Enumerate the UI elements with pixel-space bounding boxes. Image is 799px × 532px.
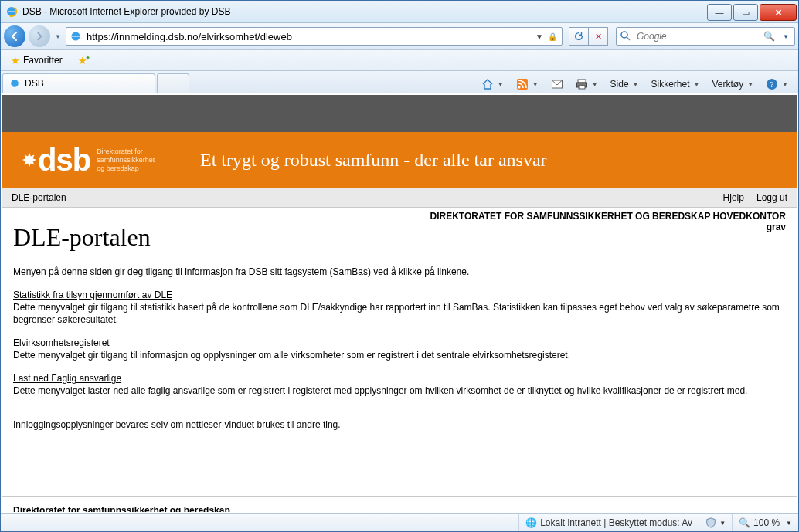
lock-icon[interactable]: 🔒 xyxy=(548,32,557,41)
svg-text:?: ? xyxy=(770,80,774,89)
svg-point-7 xyxy=(518,86,520,89)
search-dropdown-icon[interactable]: ▼ xyxy=(777,33,794,40)
page: dsb Direktoratet for samfunnssikkerhet o… xyxy=(2,95,797,513)
ie-icon xyxy=(5,5,18,18)
address-bar[interactable]: ▼ 🔒 xyxy=(66,27,563,46)
read-mail-button[interactable] xyxy=(546,76,569,93)
browser-window: DSB - Microsoft Internet Explorer provid… xyxy=(0,0,799,532)
feeds-button[interactable]: ▼ xyxy=(511,76,544,93)
status-zone[interactable]: 🌐 Lokalt intranett | Beskyttet modus: Av xyxy=(518,514,699,531)
svg-point-3 xyxy=(621,32,627,38)
page-menu[interactable]: Side▼ xyxy=(605,76,644,92)
ie-icon xyxy=(9,78,20,89)
link-statistikk[interactable]: Statistikk fra tilsyn gjennomført av DLE xyxy=(13,290,172,300)
search-go-button[interactable]: 🔍 xyxy=(760,31,777,42)
address-dropdown-icon[interactable]: ▼ xyxy=(536,32,543,41)
status-zoom[interactable]: 🔍 100 % ▼ xyxy=(732,514,798,531)
svg-line-4 xyxy=(627,37,630,40)
address-trail: ▼ 🔒 xyxy=(531,32,562,41)
help-button[interactable]: ?▼ xyxy=(760,76,794,93)
logo-subtext: Direktoratet for samfunnssikkerhet og be… xyxy=(97,147,155,173)
content-viewport: dsb Direktoratet for samfunnssikkerhet o… xyxy=(1,93,798,513)
search-box[interactable]: 🔍 ▼ xyxy=(616,27,795,46)
titlebar: DSB - Microsoft Internet Explorer provid… xyxy=(1,1,798,23)
maximize-button[interactable]: ▭ xyxy=(733,4,758,21)
slogan: Et trygt og robust samfunn - der alle ta… xyxy=(200,150,547,171)
window-title: DSB - Microsoft Internet Explorer provid… xyxy=(22,6,707,17)
footer-org: Direktoratet for samfunnssikkerhet og be… xyxy=(13,505,786,513)
window-buttons: ― ▭ ✕ xyxy=(707,2,798,21)
favorites-button[interactable]: ★ Favoritter xyxy=(5,53,68,69)
section-statistikk: Statistikk fra tilsyn gjennomført av DLE… xyxy=(13,289,786,326)
star-icon: ★ xyxy=(11,55,20,66)
page-footer: Direktoratet for samfunnssikkerhet og be… xyxy=(2,496,797,513)
favorites-bar: ★ Favoritter ★✦ xyxy=(1,50,798,71)
minimize-button[interactable]: ― xyxy=(707,4,732,21)
tab-row: DSB ▼ ▼ ▼ Side▼ Sikkerhet▼ Verktøy▼ ?▼ xyxy=(1,71,798,93)
favorites-label: Favoritter xyxy=(23,55,63,66)
sub-header: DLE-portalen Hjelp Logg ut xyxy=(2,188,797,208)
stop-button[interactable]: ✕ xyxy=(589,27,608,46)
tools-menu[interactable]: Verktøy▼ xyxy=(706,76,759,92)
zoom-icon: 🔍 xyxy=(739,517,750,528)
navigation-bar: ▼ ▼ 🔒 ✕ 🔍 ▼ xyxy=(1,23,798,50)
link-lastned[interactable]: Last ned Faglig ansvarlige xyxy=(13,373,121,384)
help-link[interactable]: Hjelp xyxy=(723,192,744,203)
note-text: Innloggingsopplysninger bevares selv om … xyxy=(13,418,786,431)
intro-text: Menyen på denne siden gir deg tilgang ti… xyxy=(13,266,786,278)
svg-rect-11 xyxy=(579,86,585,89)
close-button[interactable]: ✕ xyxy=(760,4,797,21)
agency-label: DIREKTORATET FOR SAMFUNNSSIKKERHET OG BE… xyxy=(430,211,786,232)
logo-text: dsb xyxy=(38,143,90,178)
safety-menu[interactable]: Sikkerhet▼ xyxy=(646,76,706,92)
logo-mark-icon xyxy=(21,151,38,168)
status-protected-mode-dropdown[interactable]: ▼ xyxy=(699,514,732,531)
header-banner: dsb Direktoratet for samfunnssikkerhet o… xyxy=(2,132,797,188)
globe-icon: 🌐 xyxy=(525,517,537,528)
section-elvirksomhet: Elvirksomhetsregisteret Dette menyvalget… xyxy=(13,337,786,361)
tab-title: DSB xyxy=(25,78,44,89)
top-dark-strip xyxy=(2,95,797,132)
print-button[interactable]: ▼ xyxy=(570,76,604,93)
shield-icon xyxy=(706,517,716,528)
star-icon: ★✦ xyxy=(78,55,87,66)
refresh-button[interactable] xyxy=(569,27,589,46)
new-tab-button[interactable] xyxy=(157,73,189,93)
search-input[interactable] xyxy=(635,30,760,42)
nav-history-dropdown[interactable]: ▼ xyxy=(53,25,63,47)
status-bar: 🌐 Lokalt intranett | Beskyttet modus: Av… xyxy=(1,513,798,531)
url-input[interactable] xyxy=(85,29,531,44)
logo: dsb Direktoratet for samfunnssikkerhet o… xyxy=(2,132,182,188)
forward-button[interactable] xyxy=(29,25,50,47)
logout-link[interactable]: Logg ut xyxy=(756,192,787,203)
home-button[interactable]: ▼ xyxy=(476,76,509,93)
breadcrumb: DLE-portalen xyxy=(12,192,66,203)
page-body: DIREKTORATET FOR SAMFUNNSSIKKERHET OG BE… xyxy=(2,208,797,496)
page-icon xyxy=(70,30,82,42)
svg-rect-9 xyxy=(578,80,586,83)
search-provider-icon xyxy=(620,30,632,42)
add-favorite-button[interactable]: ★✦ xyxy=(73,53,93,69)
svg-point-5 xyxy=(11,80,19,87)
tab-active[interactable]: DSB xyxy=(2,73,155,93)
status-empty xyxy=(1,514,518,531)
back-button[interactable] xyxy=(4,25,26,47)
section-lastned: Last ned Faglig ansvarlige Dette menyval… xyxy=(13,372,786,397)
link-elvirksomhet[interactable]: Elvirksomhetsregisteret xyxy=(13,337,110,348)
command-bar: ▼ ▼ ▼ Side▼ Sikkerhet▼ Verktøy▼ ?▼ xyxy=(189,76,798,93)
refresh-stop-group: ✕ xyxy=(569,27,608,46)
